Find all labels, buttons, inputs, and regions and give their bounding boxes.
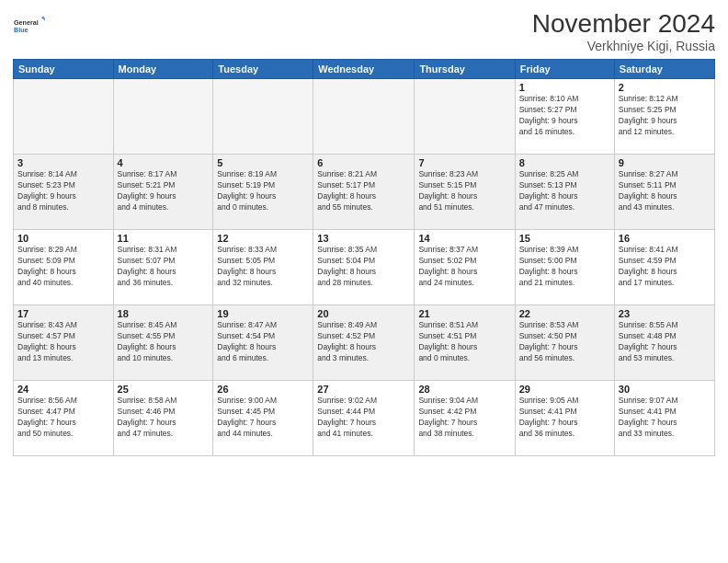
svg-marker-2 [41,17,45,18]
calendar-cell: 10Sunrise: 8:29 AM Sunset: 5:09 PM Dayli… [14,230,114,305]
day-info: Sunrise: 8:25 AM Sunset: 5:13 PM Dayligh… [519,169,610,213]
calendar-cell: 2Sunrise: 8:12 AM Sunset: 5:25 PM Daylig… [614,79,714,155]
day-info: Sunrise: 8:12 AM Sunset: 5:25 PM Dayligh… [619,94,711,138]
day-info: Sunrise: 8:17 AM Sunset: 5:21 PM Dayligh… [118,169,210,213]
calendar-cell: 28Sunrise: 9:04 AM Sunset: 4:42 PM Dayli… [415,381,515,456]
day-info: Sunrise: 8:19 AM Sunset: 5:19 PM Dayligh… [217,169,309,213]
calendar-cell: 3Sunrise: 8:14 AM Sunset: 5:23 PM Daylig… [14,155,114,230]
calendar-cell: 13Sunrise: 8:35 AM Sunset: 5:04 PM Dayli… [313,230,415,305]
calendar-cell: 27Sunrise: 9:02 AM Sunset: 4:44 PM Dayli… [313,381,415,456]
col-friday: Friday [515,60,614,79]
logo: General Blue [13,9,46,42]
day-info: Sunrise: 8:10 AM Sunset: 5:27 PM Dayligh… [519,94,610,138]
day-number: 5 [217,157,309,168]
day-info: Sunrise: 8:58 AM Sunset: 4:46 PM Dayligh… [118,396,210,440]
calendar-header-row: Sunday Monday Tuesday Wednesday Thursday… [14,60,715,79]
day-info: Sunrise: 9:05 AM Sunset: 4:41 PM Dayligh… [519,396,610,440]
day-info: Sunrise: 8:53 AM Sunset: 4:50 PM Dayligh… [519,320,610,364]
day-info: Sunrise: 8:39 AM Sunset: 5:00 PM Dayligh… [519,245,610,289]
calendar-cell: 5Sunrise: 8:19 AM Sunset: 5:19 PM Daylig… [213,155,313,230]
calendar-cell: 22Sunrise: 8:53 AM Sunset: 4:50 PM Dayli… [515,305,614,381]
day-info: Sunrise: 8:14 AM Sunset: 5:23 PM Dayligh… [17,169,109,213]
calendar-cell: 26Sunrise: 9:00 AM Sunset: 4:45 PM Dayli… [213,381,313,456]
day-number: 11 [118,233,210,244]
calendar-cell: 9Sunrise: 8:27 AM Sunset: 5:11 PM Daylig… [614,155,714,230]
calendar-cell: 6Sunrise: 8:21 AM Sunset: 5:17 PM Daylig… [313,155,415,230]
day-info: Sunrise: 8:56 AM Sunset: 4:47 PM Dayligh… [17,396,109,440]
day-info: Sunrise: 8:41 AM Sunset: 4:59 PM Dayligh… [619,245,711,289]
day-info: Sunrise: 9:07 AM Sunset: 4:41 PM Dayligh… [619,396,711,440]
day-number: 14 [418,233,510,244]
week-row-2: 3Sunrise: 8:14 AM Sunset: 5:23 PM Daylig… [14,155,715,230]
calendar-cell: 4Sunrise: 8:17 AM Sunset: 5:21 PM Daylig… [113,155,213,230]
calendar-cell: 19Sunrise: 8:47 AM Sunset: 4:54 PM Dayli… [213,305,313,381]
day-info: Sunrise: 8:29 AM Sunset: 5:09 PM Dayligh… [17,245,109,289]
day-info: Sunrise: 8:49 AM Sunset: 4:52 PM Dayligh… [317,320,410,364]
day-info: Sunrise: 9:00 AM Sunset: 4:45 PM Dayligh… [217,396,309,440]
calendar-cell: 25Sunrise: 8:58 AM Sunset: 4:46 PM Dayli… [113,381,213,456]
day-number: 12 [217,233,309,244]
day-number: 24 [17,384,109,395]
week-row-5: 24Sunrise: 8:56 AM Sunset: 4:47 PM Dayli… [14,381,715,456]
day-number: 26 [217,384,309,395]
day-number: 27 [317,384,410,395]
location: Verkhniye Kigi, Russia [532,39,715,53]
day-number: 7 [418,157,510,168]
day-number: 23 [619,308,711,319]
day-number: 22 [519,308,610,319]
day-number: 18 [118,308,210,319]
day-number: 13 [317,233,410,244]
calendar-table: Sunday Monday Tuesday Wednesday Thursday… [13,59,715,456]
calendar-cell: 23Sunrise: 8:55 AM Sunset: 4:48 PM Dayli… [614,305,714,381]
day-info: Sunrise: 9:02 AM Sunset: 4:44 PM Dayligh… [317,396,410,440]
calendar-cell: 18Sunrise: 8:45 AM Sunset: 4:55 PM Dayli… [113,305,213,381]
calendar-cell: 30Sunrise: 9:07 AM Sunset: 4:41 PM Dayli… [614,381,714,456]
day-info: Sunrise: 8:33 AM Sunset: 5:05 PM Dayligh… [217,245,309,289]
calendar-cell [313,79,415,155]
page-container: General Blue November 2024 Verkhniye Kig… [0,0,728,563]
day-number: 29 [519,384,610,395]
day-info: Sunrise: 8:23 AM Sunset: 5:15 PM Dayligh… [418,169,510,213]
day-info: Sunrise: 8:55 AM Sunset: 4:48 PM Dayligh… [619,320,711,364]
day-number: 25 [118,384,210,395]
day-info: Sunrise: 8:43 AM Sunset: 4:57 PM Dayligh… [17,320,109,364]
day-info: Sunrise: 8:21 AM Sunset: 5:17 PM Dayligh… [317,169,410,213]
day-number: 3 [17,157,109,168]
calendar-cell: 21Sunrise: 8:51 AM Sunset: 4:51 PM Dayli… [415,305,515,381]
calendar-cell: 8Sunrise: 8:25 AM Sunset: 5:13 PM Daylig… [515,155,614,230]
day-number: 16 [619,233,711,244]
calendar-cell [213,79,313,155]
day-number: 1 [519,82,610,93]
day-info: Sunrise: 8:27 AM Sunset: 5:11 PM Dayligh… [619,169,711,213]
calendar-cell: 11Sunrise: 8:31 AM Sunset: 5:07 PM Dayli… [113,230,213,305]
day-info: Sunrise: 9:04 AM Sunset: 4:42 PM Dayligh… [418,396,510,440]
day-number: 19 [217,308,309,319]
day-info: Sunrise: 8:35 AM Sunset: 5:04 PM Dayligh… [317,245,410,289]
day-number: 9 [619,157,711,168]
svg-marker-3 [42,18,45,21]
calendar-cell: 17Sunrise: 8:43 AM Sunset: 4:57 PM Dayli… [14,305,114,381]
calendar-cell: 16Sunrise: 8:41 AM Sunset: 4:59 PM Dayli… [614,230,714,305]
day-info: Sunrise: 8:45 AM Sunset: 4:55 PM Dayligh… [118,320,210,364]
col-thursday: Thursday [415,60,515,79]
col-monday: Monday [113,60,213,79]
day-number: 17 [17,308,109,319]
day-info: Sunrise: 8:31 AM Sunset: 5:07 PM Dayligh… [118,245,210,289]
month-title: November 2024 [532,9,715,39]
col-sunday: Sunday [14,60,114,79]
calendar-cell [113,79,213,155]
week-row-3: 10Sunrise: 8:29 AM Sunset: 5:09 PM Dayli… [14,230,715,305]
day-number: 2 [619,82,711,93]
calendar-cell [415,79,515,155]
day-number: 4 [118,157,210,168]
calendar-cell: 1Sunrise: 8:10 AM Sunset: 5:27 PM Daylig… [515,79,614,155]
day-number: 21 [418,308,510,319]
day-number: 10 [17,233,109,244]
calendar-cell: 24Sunrise: 8:56 AM Sunset: 4:47 PM Dayli… [14,381,114,456]
col-tuesday: Tuesday [213,60,313,79]
svg-text:Blue: Blue [14,26,28,34]
col-saturday: Saturday [614,60,714,79]
day-number: 15 [519,233,610,244]
day-number: 20 [317,308,410,319]
week-row-1: 1Sunrise: 8:10 AM Sunset: 5:27 PM Daylig… [14,79,715,155]
